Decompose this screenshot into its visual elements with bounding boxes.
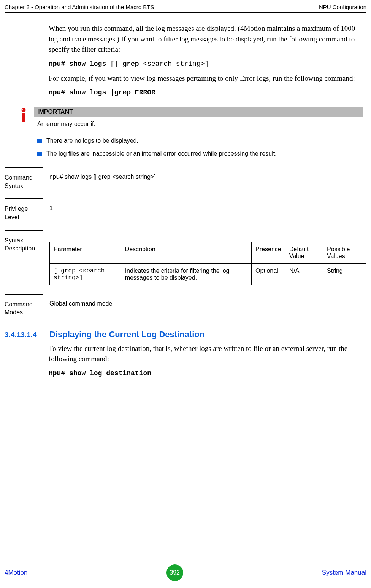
header-rule — [5, 12, 366, 13]
subsection-heading: 3.4.13.1.4 Displaying the Current Log De… — [5, 330, 366, 339]
important-intro: An error may occur if: — [34, 117, 363, 130]
cell-description: Indicates the criteria for filtering the… — [121, 263, 251, 285]
subsection-number: 3.4.13.1.4 — [5, 331, 43, 339]
bullet-item: There are no logs to be displayed. — [37, 137, 363, 144]
page-number-badge: 392 — [166, 564, 183, 581]
parameters-table: Parameter Description Presence Default V… — [49, 242, 366, 285]
privilege-level-section: Privilege Level 1 — [5, 199, 366, 221]
command-line: npu# show log destination — [49, 370, 363, 377]
cell-default-value: N/A — [285, 263, 323, 285]
bullet-text: There are no logs to be displayed. — [46, 137, 138, 144]
footer-left: 4Motion — [5, 569, 27, 577]
svg-point-2 — [22, 109, 23, 110]
bullet-item: The log files are inaccessible or an int… — [37, 150, 363, 157]
table-row: [ grep <search string>] Indicates the cr… — [50, 263, 366, 285]
col-description: Description — [121, 242, 251, 263]
col-possible-values: Possible Values — [323, 242, 366, 263]
command-modes-section: Command Modes Global command mode — [5, 295, 366, 317]
command-syntax-value: npu# show logs [| grep <search string>] — [49, 174, 366, 190]
section-label: Command Modes — [5, 300, 43, 317]
cell-parameter: [ grep <search string>] — [50, 263, 121, 285]
important-header: IMPORTANT — [34, 107, 363, 117]
page-footer: 4Motion 392 System Manual — [0, 564, 371, 581]
cell-presence: Optional — [252, 263, 285, 285]
cmd-segment: [| — [110, 60, 122, 68]
important-callout: IMPORTANT An error may occur if: There a… — [18, 107, 363, 163]
paragraph: To view the current log destination, tha… — [49, 343, 363, 364]
paragraph: For example, if you want to view log mes… — [49, 73, 363, 84]
cmd-segment: grep — [122, 60, 143, 68]
command-line: npu# show logs [| grep <search string>] — [49, 60, 363, 68]
section-label: Command Syntax — [5, 174, 43, 190]
cmd-segment: <search string>] — [143, 60, 209, 68]
subsection-title: Displaying the Current Log Destination — [49, 330, 205, 339]
col-parameter: Parameter — [50, 242, 121, 263]
paragraph: When you run this command, all the log m… — [49, 23, 363, 55]
section-label: Privilege Level — [5, 205, 43, 221]
page-header: Chapter 3 - Operation and Administration… — [0, 0, 371, 12]
document-page: { "header": { "left": "Chapter 3 - Opera… — [0, 0, 371, 588]
cmd-segment: | — [110, 89, 114, 96]
header-left: Chapter 3 - Operation and Administration… — [5, 4, 154, 10]
header-right: NPU Configuration — [319, 4, 366, 10]
bullet-icon — [37, 139, 42, 143]
important-icon — [18, 107, 29, 163]
cmd-segment: grep ERROR — [114, 89, 155, 96]
footer-right: System Manual — [322, 569, 366, 577]
command-syntax-section: Command Syntax npu# show logs [| grep <s… — [5, 168, 366, 190]
col-default-value: Default Value — [285, 242, 323, 263]
cell-possible-values: String — [323, 263, 366, 285]
command-line: npu# show logs |grep ERROR — [49, 89, 363, 96]
cmd-segment: npu# show logs — [49, 60, 110, 68]
svg-rect-1 — [22, 113, 25, 122]
bullet-icon — [37, 152, 42, 156]
privilege-level-value: 1 — [49, 205, 366, 221]
section-label: Syntax Description — [5, 236, 43, 285]
command-modes-value: Global command mode — [49, 300, 366, 317]
content-area: When you run this command, all the log m… — [0, 23, 371, 163]
syntax-description-section: Syntax Description Parameter Description… — [5, 231, 366, 285]
table-header-row: Parameter Description Presence Default V… — [50, 242, 366, 263]
cmd-segment: npu# show logs — [49, 89, 110, 96]
bullet-text: The log files are inaccessible or an int… — [46, 150, 277, 157]
col-presence: Presence — [252, 242, 285, 263]
